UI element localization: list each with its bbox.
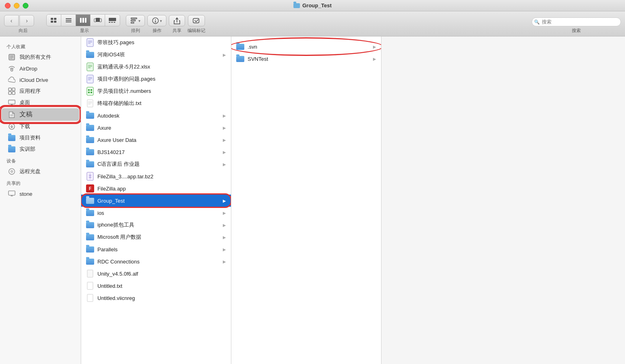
sidebar-item-label: stone — [19, 191, 32, 197]
svg-rect-62 — [88, 92, 90, 93]
sidebar-item-icloud[interactable]: iCloud Drive — [2, 74, 79, 86]
sidebar-item-airdrop[interactable]: AirDrop — [2, 63, 79, 74]
column-2: .svn ▶ SVNTest ▶ — [231, 36, 381, 364]
svg-rect-72 — [87, 270, 93, 277]
file-item-axure[interactable]: Axure ▶ — [81, 122, 231, 134]
sidebar-item-all-files[interactable]: 我的所有文件 — [2, 51, 79, 63]
action-button[interactable]: ▾ — [147, 15, 166, 26]
folder-icon-clang — [86, 160, 94, 168]
file-item-group-test[interactable]: Group_Test ▶ — [81, 195, 231, 207]
file-name: RDC Connections — [97, 259, 140, 265]
file-item-ios[interactable]: ios ▶ — [81, 207, 231, 219]
file-item-microsoft[interactable]: Microsoft 用户数据 ▶ — [81, 231, 231, 243]
file-item-contacts[interactable]: 蓝鸥通讯录-5月22.xlsx — [81, 61, 231, 73]
file-item-iphone-tools[interactable]: iphone抓包工具 ▶ — [81, 219, 231, 231]
file-name: C语言课后 作业题 — [97, 161, 140, 168]
pages-file-icon — [86, 39, 94, 47]
file-item-svn[interactable]: .svn ▶ — [231, 41, 381, 53]
svg-rect-14 — [109, 22, 110, 23]
icon-view-button[interactable] — [47, 15, 61, 26]
edit-mark-group: 编辑标记 — [188, 15, 205, 34]
sidebar-item-label: 应用程序 — [19, 88, 41, 95]
file-item-untitled-vii[interactable]: Untitled.viicnreg — [81, 292, 231, 304]
sidebar-item-downloads[interactable]: 下载 — [2, 121, 79, 132]
sidebar-item-project1[interactable]: 项目资料 — [2, 132, 79, 143]
back-button[interactable]: ‹ — [4, 15, 19, 26]
sidebar: 个人收藏 我的所有文件 AirDrop — [0, 36, 81, 364]
action-group: ▾ 操作 — [147, 15, 166, 34]
chevron-icon: ▶ — [223, 199, 226, 203]
sort-label: 排列 — [131, 28, 140, 34]
file-item-unity[interactable]: Unity_v4.5.0f6.alf — [81, 268, 231, 280]
chevron-icon: ▶ — [373, 45, 376, 49]
svg-rect-34 — [9, 100, 15, 104]
file-item-filezilla-tar[interactable]: FileZilla_3....app.tar.bz2 — [81, 170, 231, 182]
column-1: 带班技巧.pages 河南iOS4班 ▶ 蓝鸥通讯录-5月22.xlsx — [81, 36, 231, 364]
list-view-button[interactable] — [61, 15, 76, 26]
close-button[interactable] — [5, 3, 11, 9]
file-item-rdc[interactable]: RDC Connections ▶ — [81, 255, 231, 268]
sidebar-item-documents[interactable]: 文稿 — [2, 108, 79, 121]
action-label: 操作 — [153, 28, 162, 34]
folder-icon-rdc — [86, 257, 94, 266]
share-button[interactable] — [169, 15, 185, 26]
svg-rect-63 — [91, 92, 92, 93]
coverflow-view-button[interactable] — [91, 15, 105, 26]
file-item-henan[interactable]: 河南iOS4班 ▶ — [81, 49, 231, 61]
svg-rect-0 — [51, 18, 53, 20]
maximize-button[interactable] — [23, 3, 28, 9]
file-browser: 带班技巧.pages 河南iOS4班 ▶ 蓝鸥通讯录-5月22.xlsx — [81, 36, 625, 364]
file-item-terminal[interactable]: 终端存储的输出.txt — [81, 97, 231, 109]
search-input[interactable] — [532, 17, 621, 26]
favorites-header: 个人收藏 — [0, 41, 81, 51]
svg-rect-71 — [89, 177, 91, 178]
file-item-autodesk[interactable]: Autodesk ▶ — [81, 109, 231, 122]
file-item-problems[interactable]: 项目中遇到的问题.pages — [81, 73, 231, 85]
file-item-untitled-txt[interactable]: Untitled.txt — [81, 280, 231, 292]
folder-icon-1 — [8, 134, 15, 141]
sidebar-item-desktop[interactable]: 桌面 — [2, 97, 79, 108]
svg-rect-19 — [131, 22, 134, 24]
svg-rect-13 — [109, 18, 116, 21]
svg-point-43 — [11, 171, 12, 172]
file-item-filezilla-app[interactable]: F FileZilla.app — [81, 182, 231, 195]
gallery-view-button[interactable] — [105, 15, 120, 26]
sort-group: ▾ 排列 — [126, 15, 145, 34]
edit-mark-button[interactable] — [188, 15, 205, 26]
svg-rect-17 — [131, 18, 137, 19]
svg-rect-2 — [51, 21, 53, 23]
chevron-icon: ▶ — [223, 259, 226, 264]
file-item-dailytips[interactable]: 带班技巧.pages — [81, 36, 231, 49]
svg-rect-24 — [193, 19, 199, 23]
svg-rect-70 — [89, 175, 91, 176]
chevron-icon: ▶ — [223, 150, 226, 154]
file-item-parallels[interactable]: Parallels ▶ — [81, 243, 231, 255]
sidebar-item-remote-disk[interactable]: 远程光盘 — [2, 166, 79, 177]
file-name: Microsoft 用户数据 — [97, 233, 141, 241]
svg-rect-16 — [114, 22, 115, 23]
svg-rect-8 — [82, 18, 84, 23]
file-item-clang[interactable]: C语言课后 作业题 ▶ — [81, 158, 231, 170]
sidebar-item-stone[interactable]: stone — [2, 188, 79, 199]
svg-rect-73 — [87, 282, 93, 289]
minimize-button[interactable] — [14, 3, 19, 9]
file-name: Group_Test — [97, 198, 125, 204]
file-name: FileZilla.app — [97, 186, 126, 192]
sidebar-item-label: 我的所有文件 — [19, 54, 51, 61]
sidebar-item-training[interactable]: 实训部 — [2, 143, 79, 155]
forward-button[interactable]: › — [19, 15, 34, 26]
column-view-button[interactable] — [76, 15, 91, 26]
file-item-stats[interactable]: 学员项目统计.numbers — [81, 85, 231, 97]
view-group: 显示 — [46, 14, 123, 34]
sidebar-item-applications[interactable]: 应用程序 — [2, 86, 79, 97]
sort-button[interactable]: ▾ — [126, 15, 145, 26]
file-item-svntest[interactable]: SVNTest ▶ — [231, 53, 381, 65]
folder-icon-axure — [86, 124, 94, 132]
svg-rect-7 — [80, 18, 82, 23]
folder-icon-svntest — [236, 55, 244, 63]
file-item-axure-data[interactable]: Axure User Data ▶ — [81, 134, 231, 146]
file-name: 终端存储的输出.txt — [97, 100, 141, 107]
sidebar-item-label: 桌面 — [19, 99, 30, 106]
file-item-bjs[interactable]: BJS140217 ▶ — [81, 146, 231, 158]
file-name: 带班技巧.pages — [97, 39, 134, 46]
